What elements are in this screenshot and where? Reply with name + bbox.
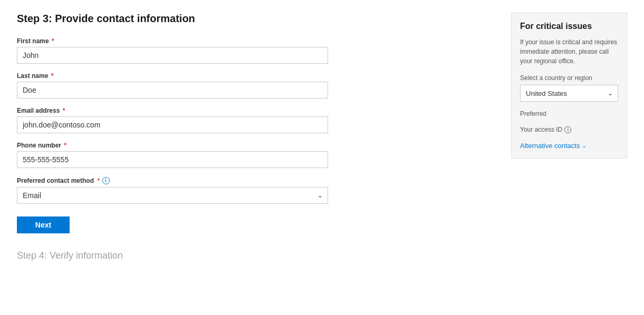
phone-required-star: * [62,142,66,149]
access-id-text: Your access ID [520,126,562,133]
required-star: * [49,72,53,80]
last-name-label: Last name * [17,72,511,80]
main-form-panel: Step 3: Provide contact information Firs… [17,13,511,261]
preferred-label: Preferred [520,110,618,117]
next-button[interactable]: Next [17,216,70,233]
email-group: Email address * [17,107,511,133]
email-required-star: * [61,107,65,114]
access-id-info-icon[interactable]: i [564,126,571,133]
access-id-section: Your access ID i [520,126,618,133]
country-section-label: Select a country or region [520,74,618,82]
sidebar-panel: For critical issues If your issue is cri… [511,13,627,261]
alternative-contacts-label: Alternative contacts [520,142,580,150]
access-id-label-row: Your access ID i [520,126,618,133]
required-indicator: * [50,37,54,45]
phone-label: Phone number * [17,142,511,149]
sidebar-description: If your issue is critical and requires i… [520,37,618,66]
sidebar-title: For critical issues [520,22,618,31]
contact-method-label: Preferred contact method [17,177,94,184]
contact-method-required-star: * [97,176,100,185]
step3-title: Step 3: Provide contact information [17,13,511,25]
first-name-label: First name * [17,37,511,45]
email-input[interactable] [17,116,328,133]
first-name-group: First name * [17,37,511,64]
country-select[interactable]: United States United Kingdom Canada Aust… [520,85,618,102]
contact-method-label-row: Preferred contact method * i [17,176,511,185]
last-name-input[interactable] [17,82,328,99]
phone-group: Phone number * [17,142,511,168]
last-name-group: Last name * [17,72,511,99]
sidebar-container: For critical issues If your issue is cri… [511,13,627,159]
email-label: Email address * [17,107,511,114]
step4-title: Step 4: Verify information [17,250,511,261]
alternative-contacts-chevron-icon: ⌄ [582,142,587,149]
alternative-contacts-link[interactable]: Alternative contacts ⌄ [520,142,618,150]
phone-input[interactable] [17,151,328,168]
contact-method-info-icon[interactable]: i [102,177,110,184]
contact-method-select-wrapper: Email Phone ⌄ [17,187,328,204]
contact-method-group: Preferred contact method * i Email Phone… [17,176,511,204]
country-select-wrapper: United States United Kingdom Canada Aust… [520,85,618,102]
first-name-input[interactable] [17,47,328,64]
contact-method-select[interactable]: Email Phone [17,187,328,204]
